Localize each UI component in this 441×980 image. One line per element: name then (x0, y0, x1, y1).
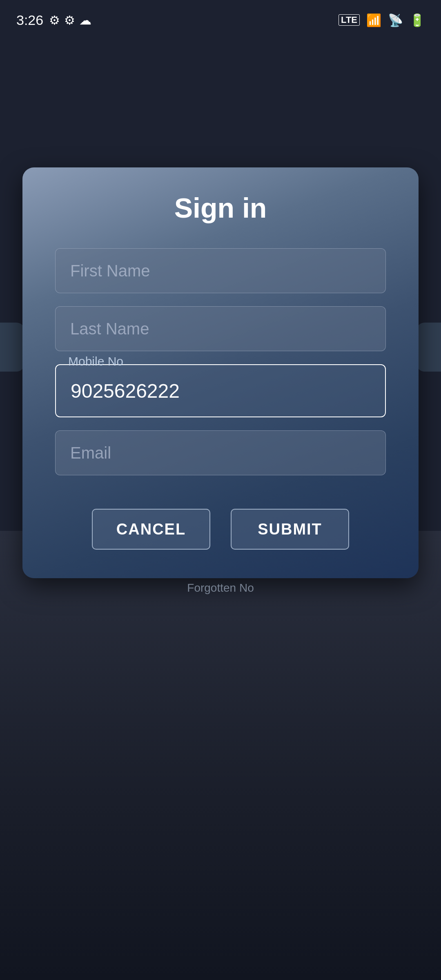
bottom-hint: Forgotten No (187, 581, 254, 595)
side-tab-right (416, 323, 441, 372)
bottom-area (0, 531, 441, 980)
side-tab-left (0, 323, 24, 372)
cancel-button[interactable]: CANCEL (92, 509, 210, 550)
signal-icon: 📡 (388, 13, 403, 27)
battery-icon: 🔋 (410, 13, 425, 27)
last-name-input[interactable] (55, 306, 386, 351)
time-display: 3:26 (16, 12, 43, 28)
status-right: LTE 📶 📡 🔋 (339, 13, 425, 27)
submit-button[interactable]: SUBMIT (231, 509, 349, 550)
dialog-title: Sign in (174, 192, 267, 224)
settings-icon-1: ⚙ (49, 13, 60, 27)
email-input[interactable] (55, 430, 386, 475)
status-icons: ⚙ ⚙ ☁ (49, 13, 91, 27)
sign-in-dialog: Sign in Mobile No CANCEL SUBMIT Forgotte… (22, 167, 419, 578)
mobile-input[interactable] (55, 364, 386, 417)
status-left: 3:26 ⚙ ⚙ ☁ (16, 12, 91, 28)
buttons-row: CANCEL SUBMIT (55, 509, 386, 550)
wifi-icon: 📶 (366, 13, 381, 27)
mobile-label: Mobile No (65, 354, 127, 368)
first-name-field (55, 248, 386, 293)
mobile-field-wrapper: Mobile No (55, 364, 386, 417)
cloud-icon: ☁ (79, 13, 91, 27)
settings-icon-2: ⚙ (64, 13, 75, 27)
email-field (55, 430, 386, 475)
screen: 3:26 ⚙ ⚙ ☁ LTE 📶 📡 🔋 Sign in Mob (0, 0, 441, 980)
last-name-field (55, 306, 386, 351)
lte-icon: LTE (339, 14, 360, 26)
status-bar: 3:26 ⚙ ⚙ ☁ LTE 📶 📡 🔋 (0, 0, 441, 33)
first-name-input[interactable] (55, 248, 386, 293)
